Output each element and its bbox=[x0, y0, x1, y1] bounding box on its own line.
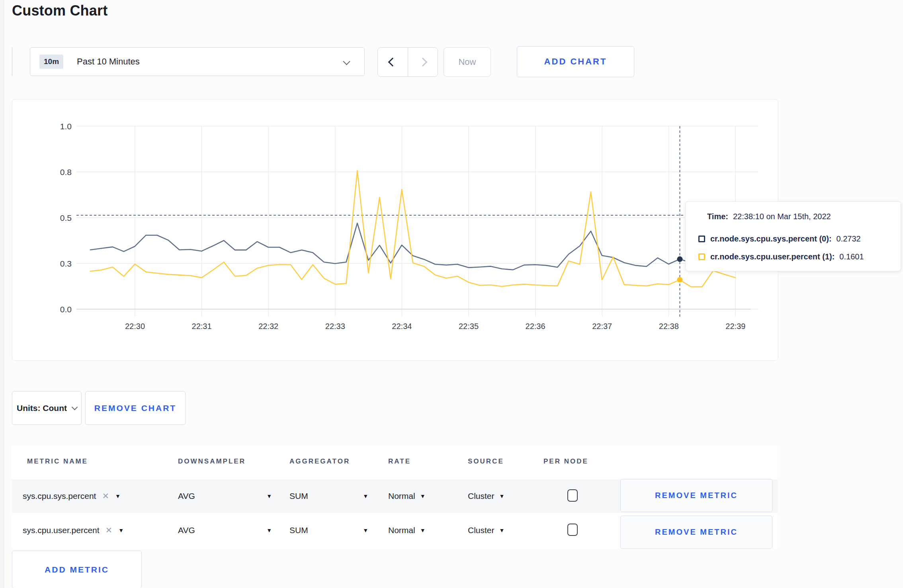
user-series-swatch-icon bbox=[698, 253, 705, 260]
caret-down-icon: ▼ bbox=[115, 493, 121, 499]
tooltip-sys-series-name: cr.node.sys.cpu.sys.percent (0): bbox=[710, 234, 832, 243]
chevron-left-icon bbox=[388, 58, 397, 67]
clear-metric-icon[interactable]: ✕ bbox=[106, 526, 113, 535]
caret-down-icon: ▼ bbox=[266, 493, 272, 499]
chart-tooltip: Time: 22:38:10 on Mar 15th, 2022 cr.node… bbox=[685, 201, 901, 271]
page-left-edge bbox=[0, 0, 4, 588]
aggregator-dropdown[interactable]: SUM ▼ bbox=[289, 479, 368, 513]
time-range-select[interactable]: 10m Past 10 Minutes bbox=[30, 47, 365, 76]
caret-down-icon: ▼ bbox=[363, 493, 368, 499]
metric-name-dropdown[interactable]: sys.cpu.user.percent ✕ ▼ bbox=[23, 514, 124, 547]
hover-dot-sys bbox=[677, 256, 682, 262]
remove-metric-label: REMOVE METRIC bbox=[655, 528, 738, 537]
metric-name-value: sys.cpu.user.percent bbox=[23, 526, 100, 535]
series-line-user bbox=[90, 171, 735, 287]
metric-table: METRIC NAME DOWNSAMPLER AGGREGATOR RATE … bbox=[12, 446, 778, 548]
x-axis-tick-label: 22:34 bbox=[392, 322, 412, 331]
add-metric-button[interactable]: ADD METRIC bbox=[12, 551, 142, 588]
x-axis-tick-label: 22:31 bbox=[192, 322, 212, 331]
caret-down-icon: ▼ bbox=[266, 527, 272, 533]
col-header-per-node: PER NODE bbox=[543, 458, 588, 465]
remove-chart-label: REMOVE CHART bbox=[94, 403, 176, 413]
cpu-percent-chart[interactable]: 0.00.30.50.81.022:3022:3122:3222:3322:34… bbox=[12, 99, 778, 360]
rate-value: Normal bbox=[388, 491, 415, 501]
tooltip-time-value: 22:38:10 on Mar 15th, 2022 bbox=[733, 212, 831, 221]
sys-series-swatch-icon bbox=[698, 236, 705, 242]
x-axis-tick-label: 22:35 bbox=[459, 322, 479, 331]
time-range-label: Past 10 Minutes bbox=[77, 56, 140, 67]
metric-name-dropdown[interactable]: sys.cpu.sys.percent ✕ ▼ bbox=[23, 479, 121, 513]
now-button[interactable]: Now bbox=[444, 47, 491, 77]
source-value: Cluster bbox=[468, 491, 494, 501]
time-forward-button[interactable] bbox=[408, 48, 438, 76]
chevron-down-icon bbox=[72, 404, 78, 411]
col-header-metric-name: METRIC NAME bbox=[27, 458, 88, 465]
page-title: Custom Chart bbox=[12, 2, 108, 19]
now-button-label: Now bbox=[458, 57, 476, 67]
add-chart-label: ADD CHART bbox=[544, 56, 607, 67]
y-axis-tick-label: 0.3 bbox=[60, 259, 72, 268]
chevron-right-icon bbox=[418, 58, 427, 67]
x-axis-tick-label: 22:36 bbox=[526, 322, 545, 331]
source-dropdown[interactable]: Cluster ▼ bbox=[468, 479, 504, 513]
x-axis-tick-label: 22:37 bbox=[592, 322, 612, 331]
time-back-button[interactable] bbox=[378, 48, 408, 76]
y-axis-tick-label: 0.8 bbox=[60, 167, 72, 177]
add-chart-button[interactable]: ADD CHART bbox=[517, 46, 634, 77]
hover-dot-user bbox=[677, 277, 682, 282]
y-axis-tick-label: 0.5 bbox=[60, 213, 72, 222]
tooltip-user-series-value: 0.1601 bbox=[839, 252, 864, 261]
x-axis-tick-label: 22:33 bbox=[325, 322, 345, 331]
aggregator-value: SUM bbox=[289, 526, 308, 535]
col-header-downsampler: DOWNSAMPLER bbox=[178, 458, 246, 465]
remove-chart-button[interactable]: REMOVE CHART bbox=[85, 391, 186, 425]
caret-down-icon: ▼ bbox=[363, 527, 368, 533]
caret-down-icon: ▼ bbox=[499, 493, 505, 499]
tooltip-user-series-name: cr.node.sys.cpu.user.percent (1): bbox=[710, 252, 835, 261]
downsampler-value: AVG bbox=[178, 491, 195, 501]
col-header-rate: RATE bbox=[388, 458, 411, 465]
per-node-checkbox[interactable] bbox=[567, 524, 578, 536]
rate-dropdown[interactable]: Normal ▼ bbox=[388, 514, 426, 547]
caret-down-icon: ▼ bbox=[420, 493, 426, 499]
metric-name-value: sys.cpu.sys.percent bbox=[23, 491, 96, 501]
aggregator-value: SUM bbox=[289, 491, 308, 501]
caret-down-icon: ▼ bbox=[420, 527, 426, 533]
x-axis-tick-label: 22:32 bbox=[258, 322, 278, 331]
remove-metric-button-user[interactable]: REMOVE METRIC bbox=[620, 516, 772, 549]
chevron-down-icon bbox=[343, 58, 350, 65]
remove-metric-label: REMOVE METRIC bbox=[655, 491, 738, 500]
time-nav-group bbox=[377, 47, 438, 77]
x-axis-tick-label: 22:30 bbox=[125, 322, 145, 331]
toolbar-divider bbox=[12, 47, 12, 76]
units-select[interactable]: Units: Count bbox=[12, 391, 82, 425]
add-metric-label: ADD METRIC bbox=[45, 565, 109, 574]
source-dropdown[interactable]: Cluster ▼ bbox=[468, 514, 504, 547]
per-node-checkbox[interactable] bbox=[567, 489, 578, 502]
rate-dropdown[interactable]: Normal ▼ bbox=[388, 479, 426, 513]
col-header-aggregator: AGGREGATOR bbox=[289, 458, 350, 465]
caret-down-icon: ▼ bbox=[499, 527, 505, 533]
caret-down-icon: ▼ bbox=[118, 527, 124, 533]
rate-value: Normal bbox=[388, 526, 415, 535]
aggregator-dropdown[interactable]: SUM ▼ bbox=[289, 514, 368, 547]
clear-metric-icon[interactable]: ✕ bbox=[102, 491, 109, 501]
y-axis-tick-label: 0.0 bbox=[60, 305, 72, 314]
tooltip-time-label: Time: bbox=[707, 212, 728, 221]
downsampler-value: AVG bbox=[178, 526, 195, 535]
time-range-badge: 10m bbox=[39, 55, 63, 69]
downsampler-dropdown[interactable]: AVG ▼ bbox=[178, 479, 272, 513]
x-axis-tick-label: 22:39 bbox=[725, 322, 745, 331]
remove-metric-button-sys[interactable]: REMOVE METRIC bbox=[620, 479, 772, 512]
downsampler-dropdown[interactable]: AVG ▼ bbox=[178, 514, 272, 547]
y-axis-tick-label: 1.0 bbox=[60, 122, 72, 131]
tooltip-sys-series-value: 0.2732 bbox=[837, 234, 861, 243]
units-select-label: Units: Count bbox=[17, 403, 67, 413]
col-header-source: SOURCE bbox=[468, 458, 504, 465]
x-axis-tick-label: 22:38 bbox=[659, 322, 679, 331]
source-value: Cluster bbox=[468, 526, 494, 535]
